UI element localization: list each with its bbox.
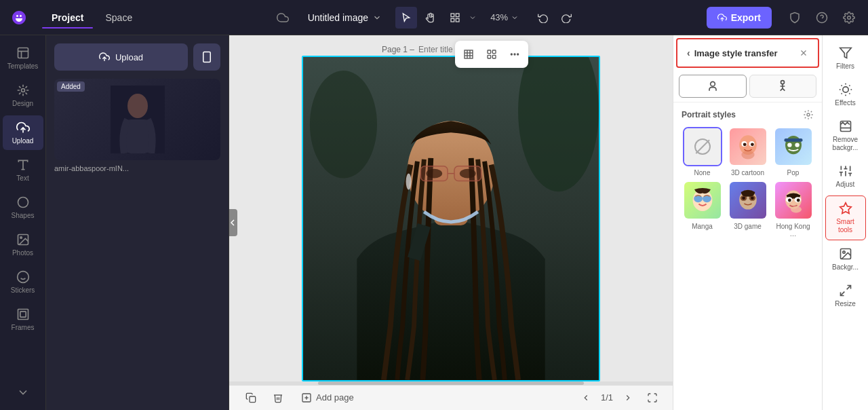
style-thumb-none [683, 127, 722, 166]
svg-point-38 [511, 54, 512, 55]
cloud-save-btn[interactable] [271, 9, 294, 26]
style-thumb-3d-game [728, 181, 768, 220]
style-item-pop[interactable]: Pop [772, 127, 814, 176]
style-item-3d-cartoon[interactable]: 3D cartoon [727, 127, 768, 176]
style-item-hong-kong[interactable]: Hong Kong … [772, 181, 814, 238]
sidebar-item-design[interactable]: Design [3, 78, 43, 113]
svg-line-90 [841, 86, 842, 86]
upload-panel-btns: Upload [46, 35, 229, 79]
zoom-control[interactable]: 43% [485, 10, 524, 25]
redo-btn[interactable] [555, 7, 577, 29]
right-tool-background[interactable]: Backgr... [825, 242, 866, 277]
delete-page-btn[interactable] [267, 387, 289, 409]
sidebar-item-stickers[interactable]: Stickers [3, 265, 43, 299]
smart-tools-label: Smart tools [829, 218, 863, 234]
svg-point-60 [781, 81, 785, 84]
topbar: Project Space Untitled image [0, 0, 868, 35]
tab-space[interactable]: Space [96, 8, 142, 27]
grid-chevron-icon [469, 14, 477, 22]
style-panel-title-text: Image style transfer [694, 48, 778, 58]
canvas-grid-lines-btn[interactable] [458, 43, 479, 65]
canvas-scrollbar[interactable] [229, 381, 673, 385]
collapse-handle[interactable] [229, 209, 237, 236]
right-tool-smart-tools[interactable]: Smart tools [825, 195, 866, 240]
sidebar-item-templates[interactable]: Templates [3, 41, 43, 75]
close-style-panel-btn[interactable] [799, 48, 808, 58]
remove-bg-label: Remove backgr... [828, 136, 863, 152]
svg-point-61 [807, 113, 810, 116]
zoom-value: 43% [490, 12, 508, 22]
undo-btn[interactable] [532, 7, 554, 29]
style-none-inner [684, 128, 721, 165]
sidebar-item-upload[interactable]: Upload [3, 115, 43, 150]
canvas-scrollbar-thumb [318, 381, 584, 385]
svg-marker-86 [840, 48, 851, 58]
right-tool-effects[interactable]: Effects [825, 77, 866, 113]
svg-line-110 [840, 292, 844, 296]
uploaded-file-item[interactable]: Added amir-abbaspoor-mIN... [54, 79, 220, 178]
face-tab-icon [706, 79, 719, 93]
left-sidebar: Templates Design Upload Text [0, 35, 46, 410]
right-tool-remove-bg[interactable]: Remove backgr... [825, 114, 866, 157]
right-tool-resize[interactable]: Resize [825, 278, 866, 314]
svg-rect-53 [250, 396, 256, 403]
shield-btn[interactable] [784, 7, 806, 29]
help-btn[interactable] [811, 7, 833, 29]
sidebar-item-shapes[interactable]: Shapes [3, 190, 43, 225]
style-item-manga[interactable]: Manga [682, 181, 723, 238]
canvas-content [229, 35, 673, 381]
style-3d-game-inner [730, 182, 766, 219]
document-title: Untitled image [308, 12, 369, 23]
manga-face-svg [689, 187, 716, 214]
style-thumb-pop [774, 127, 813, 166]
style-settings-icon[interactable] [803, 109, 814, 120]
add-page-btn[interactable]: Add page [294, 388, 361, 407]
right-tool-adjust[interactable]: Adjust [825, 159, 866, 194]
svg-line-91 [849, 93, 850, 94]
section-title-text: Portrait styles [682, 110, 736, 119]
fullscreen-btn[interactable] [643, 388, 662, 407]
svg-point-70 [787, 143, 791, 147]
style-manga-label: Manga [692, 223, 713, 230]
sidebar-item-text[interactable]: Text [3, 153, 43, 187]
svg-point-78 [742, 196, 745, 200]
pop-face-svg [780, 133, 807, 160]
back-arrow-btn[interactable]: ‹ [687, 48, 690, 58]
style-tab-body[interactable] [749, 75, 817, 98]
canvas-bottom-bar: Add page 1/1 [229, 385, 673, 410]
upload-main-btn[interactable]: Upload [54, 43, 188, 71]
sidebar-item-frames[interactable]: Frames [3, 302, 43, 337]
phone-upload-btn[interactable] [193, 43, 220, 71]
document-title-btn[interactable]: Untitled image [302, 10, 388, 26]
export-btn[interactable]: Export [707, 7, 772, 29]
sidebar-expand-btn[interactable] [3, 380, 43, 405]
style-item-none[interactable]: None [682, 127, 723, 176]
bottom-right-nav: 1/1 [576, 388, 662, 407]
right-tool-filters[interactable]: Filters [825, 41, 866, 76]
canvas-grid-dots-btn[interactable] [481, 43, 502, 65]
next-page-btn[interactable] [618, 388, 637, 407]
canvas-more-btn[interactable] [504, 43, 526, 65]
grid-view-btn[interactable] [444, 7, 466, 29]
svg-point-7 [848, 16, 851, 19]
tab-project[interactable]: Project [42, 8, 93, 27]
effects-label: Effects [835, 99, 855, 107]
filters-label: Filters [836, 62, 854, 71]
svg-point-59 [710, 81, 715, 86]
canvas-frame[interactable] [302, 56, 600, 381]
add-page-icon [301, 392, 312, 403]
style-tab-portrait[interactable] [679, 75, 747, 98]
select-tool-btn[interactable] [395, 7, 417, 29]
svg-rect-21 [18, 310, 28, 320]
svg-rect-8 [18, 48, 28, 58]
canva-logo[interactable] [8, 7, 30, 29]
filters-icon [839, 46, 852, 60]
copy-page-btn[interactable] [240, 387, 262, 409]
hand-tool-btn[interactable] [420, 7, 441, 29]
sidebar-item-photos[interactable]: Photos [3, 227, 43, 262]
settings-btn[interactable] [838, 7, 860, 29]
style-item-3d-game[interactable]: 3D game [727, 181, 768, 238]
style-panel-header: ‹ Image style transfer [676, 38, 819, 68]
prev-page-btn[interactable] [576, 388, 595, 407]
style-3d-cartoon-inner [730, 128, 766, 165]
